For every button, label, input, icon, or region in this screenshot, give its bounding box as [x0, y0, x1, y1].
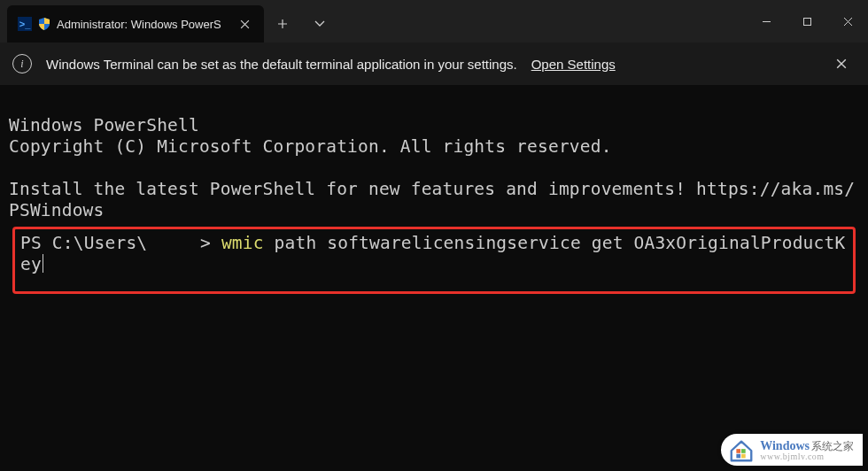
tab-dropdown-button[interactable] [301, 5, 338, 42]
command-keyword: wmic [221, 233, 264, 253]
maximize-button[interactable] [787, 0, 827, 42]
uac-shield-icon [39, 18, 50, 30]
terminal-tab[interactable]: >_ Administrator: Windows PowerS [7, 5, 264, 42]
titlebar-drag-region[interactable] [338, 0, 746, 42]
minimize-button[interactable] [746, 0, 787, 42]
window-close-button[interactable] [827, 0, 868, 42]
tab-title: Administrator: Windows PowerS [57, 18, 225, 31]
new-tab-button[interactable] [264, 5, 301, 42]
infobar-close-button[interactable] [827, 50, 856, 78]
prompt-text: PS C:\Users\ > [20, 233, 221, 253]
text-cursor [43, 254, 44, 273]
window-controls [746, 0, 868, 42]
infobar-message: Windows Terminal can be set as the defau… [46, 57, 517, 72]
svg-rect-4 [741, 454, 746, 459]
watermark-brand: Windows [760, 440, 810, 452]
watermark-url: www.bjmlv.com [760, 452, 854, 461]
watermark-badge: Windows 系统之家 www.bjmlv.com [721, 434, 863, 466]
terminal-line: Copyright (C) Microsoft Corporation. All… [9, 136, 612, 157]
svg-rect-3 [737, 454, 741, 459]
svg-rect-0 [803, 18, 810, 25]
house-icon [728, 437, 755, 464]
powershell-icon: >_ [18, 17, 32, 31]
default-terminal-infobar: i Windows Terminal can be set as the def… [0, 42, 868, 85]
svg-rect-2 [741, 449, 746, 453]
window-titlebar: >_ Administrator: Windows PowerS [0, 0, 868, 42]
svg-rect-1 [737, 449, 741, 453]
terminal-line: Install the latest PowerShell for new fe… [9, 179, 855, 220]
watermark-suffix: 系统之家 [811, 441, 854, 452]
terminal-output[interactable]: Windows PowerShell Copyright (C) Microso… [0, 85, 868, 324]
tab-close-button[interactable] [232, 12, 257, 36]
open-settings-link[interactable]: Open Settings [531, 57, 616, 72]
terminal-line: Windows PowerShell [9, 115, 199, 135]
command-highlight-box: PS C:\Users\ > wmic path softwarelicensi… [12, 227, 856, 294]
info-icon: i [12, 54, 32, 73]
